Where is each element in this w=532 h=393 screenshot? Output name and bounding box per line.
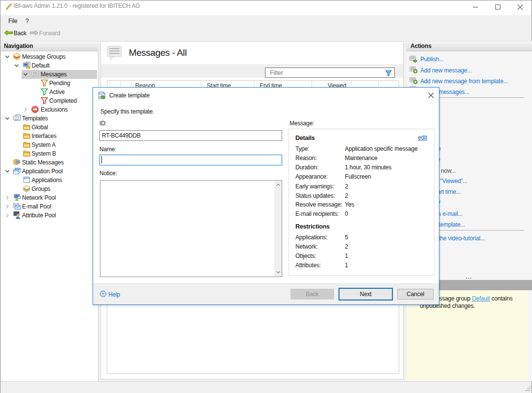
svg-text:?: ? bbox=[102, 292, 105, 297]
